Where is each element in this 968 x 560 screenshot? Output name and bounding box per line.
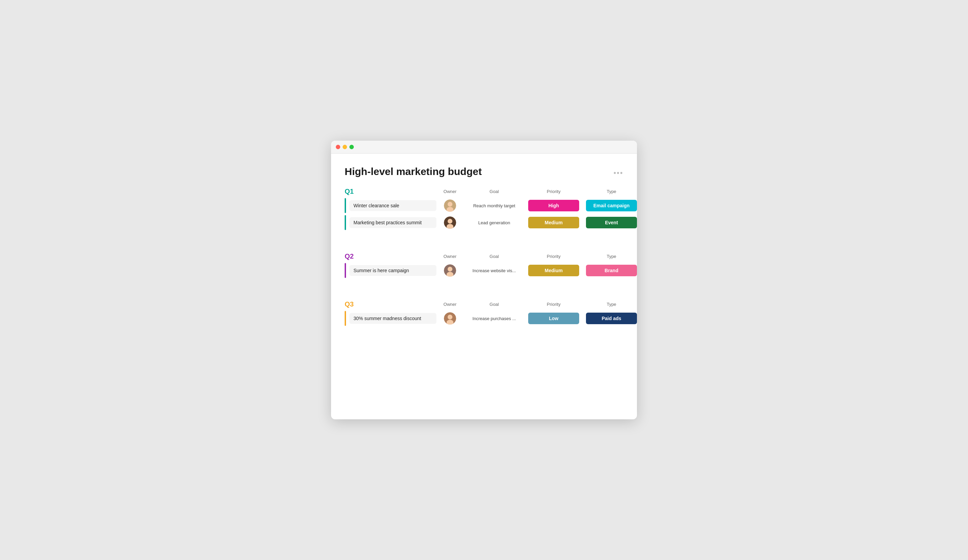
q1-row-1-type: Event xyxy=(583,217,637,229)
q1-row-1: Marketing best practices summitLead gene… xyxy=(345,215,623,230)
q3-label: Q3 xyxy=(345,300,436,308)
q2-row-0-campaign-name[interactable]: Summer is here campaign xyxy=(350,265,436,276)
q1-row-0-goal: Reach monthly target xyxy=(464,203,525,208)
maximize-button[interactable] xyxy=(350,145,354,149)
close-button[interactable] xyxy=(336,145,340,149)
type-badge[interactable]: Paid ads xyxy=(586,313,637,324)
q2-row-0-owner-avatar xyxy=(436,264,464,277)
sections-container: Q1OwnerGoalPriorityTypeBudgetRemaining b… xyxy=(345,187,623,338)
q1-col-priority: Priority xyxy=(525,189,583,194)
row-border-indicator xyxy=(345,263,346,278)
avatar xyxy=(444,312,456,325)
q3-row-0-owner-avatar xyxy=(436,312,464,325)
q1-sum-row: $5,175sum-$79sum xyxy=(345,232,623,242)
titlebar xyxy=(331,141,637,154)
q3-sum-row: $150sum$150sum xyxy=(345,328,623,338)
avatar xyxy=(444,264,456,277)
q1-row-1-campaign-cell: Marketing best practices summit xyxy=(345,215,436,230)
q3-col-type: Type xyxy=(583,302,637,307)
type-badge[interactable]: Brand xyxy=(586,265,637,276)
q1-col-goal: Goal xyxy=(464,189,525,194)
avatar xyxy=(444,217,456,229)
row-border-indicator xyxy=(345,215,346,230)
q1-col-owner: Owner xyxy=(436,189,464,194)
svg-point-1 xyxy=(448,202,453,207)
q1-row-0-type: Email campaign xyxy=(583,200,637,211)
q1-row-1-campaign-name[interactable]: Marketing best practices summit xyxy=(350,217,436,228)
type-badge[interactable]: Email campaign xyxy=(586,200,637,211)
priority-badge[interactable]: Medium xyxy=(528,265,579,276)
q1-row-1-priority: Medium xyxy=(525,217,583,229)
q3-col-priority: Priority xyxy=(525,302,583,307)
q2-header-row: Q2OwnerGoalPriorityTypeBudgetRemaining b… xyxy=(345,252,623,260)
q3-row-0-goal: Increase purchases ... xyxy=(464,316,525,321)
section-q2: Q2OwnerGoalPriorityTypeBudgetRemaining b… xyxy=(345,252,623,290)
app-window: High-level marketing budget ••• Q1OwnerG… xyxy=(331,141,637,419)
q3-row-0-campaign-name[interactable]: 30% summer madness discount xyxy=(350,313,436,324)
row-border-indicator xyxy=(345,198,346,213)
q3-col-goal: Goal xyxy=(464,302,525,307)
q1-label: Q1 xyxy=(345,187,436,196)
priority-badge[interactable]: Low xyxy=(528,313,579,324)
svg-point-4 xyxy=(448,219,453,224)
q1-row-0-campaign-name[interactable]: Winter clearance sale xyxy=(350,200,436,211)
svg-point-10 xyxy=(448,315,453,320)
avatar xyxy=(444,199,456,212)
q2-row-0-campaign-cell: Summer is here campaign xyxy=(345,263,436,278)
q2-sum-row: $1,000sum-$550sum xyxy=(345,280,623,290)
q2-row-0-type: Brand xyxy=(583,265,637,276)
q3-row-0-priority: Low xyxy=(525,313,583,324)
priority-badge[interactable]: Medium xyxy=(528,217,579,229)
priority-badge[interactable]: High xyxy=(528,200,579,211)
q3-col-owner: Owner xyxy=(436,302,464,307)
q1-row-1-goal: Lead generation xyxy=(464,220,525,225)
q2-col-type: Type xyxy=(583,254,637,259)
minimize-button[interactable] xyxy=(343,145,347,149)
q1-row-0: Winter clearance saleReach monthly targe… xyxy=(345,198,623,213)
page-title: High-level marketing budget xyxy=(345,166,482,177)
q1-row-1-owner-avatar xyxy=(436,217,464,229)
traffic-lights xyxy=(336,145,354,149)
row-border-indicator xyxy=(345,311,346,326)
q3-row-0: 30% summer madness discountIncrease purc… xyxy=(345,311,623,326)
q2-col-owner: Owner xyxy=(436,254,464,259)
q1-row-0-campaign-cell: Winter clearance sale xyxy=(345,198,436,213)
section-q1: Q1OwnerGoalPriorityTypeBudgetRemaining b… xyxy=(345,187,623,242)
more-options-button[interactable]: ••• xyxy=(613,169,623,177)
q2-col-goal: Goal xyxy=(464,254,525,259)
q2-row-0: Summer is here campaignIncrease website … xyxy=(345,263,623,278)
svg-point-7 xyxy=(448,267,453,272)
q1-col-type: Type xyxy=(583,189,637,194)
q3-row-0-campaign-cell: 30% summer madness discount xyxy=(345,311,436,326)
q1-row-0-priority: High xyxy=(525,200,583,211)
section-q3: Q3OwnerGoalPriorityTypeBudgetRemaining b… xyxy=(345,300,623,338)
q3-row-0-type: Paid ads xyxy=(583,313,637,324)
q2-row-0-priority: Medium xyxy=(525,265,583,276)
q1-header-row: Q1OwnerGoalPriorityTypeBudgetRemaining b… xyxy=(345,187,623,196)
q2-label: Q2 xyxy=(345,252,436,260)
q2-row-0-goal: Increase website vis... xyxy=(464,268,525,273)
q3-header-row: Q3OwnerGoalPriorityTypeBudgetRemaining b… xyxy=(345,300,623,308)
type-badge[interactable]: Event xyxy=(586,217,637,229)
page-header: High-level marketing budget ••• xyxy=(345,166,623,177)
q1-row-0-owner-avatar xyxy=(436,199,464,212)
main-content: High-level marketing budget ••• Q1OwnerG… xyxy=(331,154,637,358)
q2-col-priority: Priority xyxy=(525,254,583,259)
